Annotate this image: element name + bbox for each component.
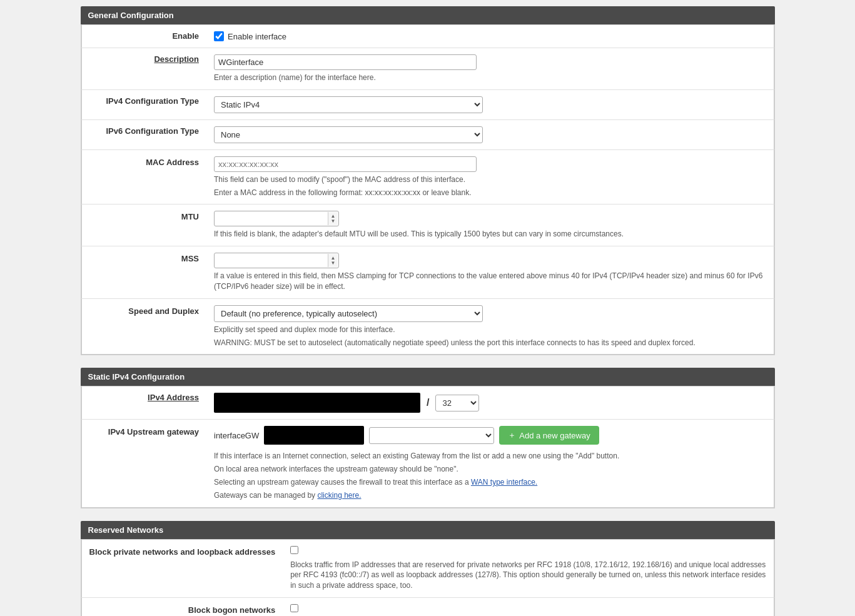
mss-row: MSS ▲ ▼ If a value is entered in this fi… [81, 246, 774, 299]
static-ipv4-header: Static IPv4 Configuration [81, 368, 775, 386]
mss-label: MSS [81, 246, 206, 299]
block-bogon-value-cell: Blocks traffic from IP addresses that ar… [283, 597, 774, 616]
ipv6-config-type-value-cell: None Static IPv6 DHCPv6 SLAAC [206, 119, 774, 149]
block-bogon-checkbox[interactable] [290, 604, 298, 612]
mtu-label: MTU [81, 204, 206, 246]
general-config-header: General Configuration [81, 6, 775, 24]
ipv4-config-type-select[interactable]: Static IPv4 DHCP None [214, 96, 483, 113]
block-private-help: Blocks traffic from IP addresses that ar… [290, 560, 766, 591]
mtu-spinner-wrap: ▲ ▼ [214, 211, 339, 226]
block-private-value-cell: Blocks traffic from IP addresses that ar… [283, 539, 774, 597]
reserved-networks-header: Reserved Networks [81, 521, 775, 539]
add-gateway-button[interactable]: ＋ Add a new gateway [499, 426, 599, 445]
mss-input[interactable] [214, 253, 339, 268]
ipv6-config-type-row: IPv6 Configuration Type None Static IPv6… [81, 119, 774, 149]
mss-spinner-wrap: ▲ ▼ [214, 253, 339, 268]
mss-spinner-arrows[interactable]: ▲ ▼ [328, 254, 338, 267]
ipv4-address-link[interactable]: IPv4 Address [148, 393, 199, 402]
gateways-link[interactable]: clicking here. [317, 491, 361, 500]
enable-row: Enable Enable interface [81, 25, 774, 48]
general-config-section: General Configuration Enable Enable inte… [81, 6, 775, 355]
mss-help: If a value is entered in this field, the… [214, 271, 766, 292]
mac-address-input[interactable] [214, 156, 477, 172]
speed-duplex-help2: WARNING: MUST be set to autoselect (auto… [214, 338, 766, 348]
speed-duplex-help1: Explicitly set speed and duplex mode for… [214, 325, 766, 335]
wan-type-link[interactable]: WAN type interface. [471, 478, 537, 487]
mac-address-value-cell: This field can be used to modify ("spoof… [206, 149, 774, 204]
ipv6-config-type-label: IPv6 Configuration Type [81, 119, 206, 149]
ipv4-config-type-value-cell: Static IPv4 DHCP None [206, 89, 774, 119]
mtu-value-cell: ▲ ▼ If this field is blank, the adapter'… [206, 204, 774, 246]
description-input[interactable] [214, 54, 477, 70]
description-help: Enter a description (name) for the inter… [214, 73, 766, 83]
description-row: Description Enter a description (name) f… [81, 48, 774, 90]
mac-address-row: MAC Address This field can be used to mo… [81, 149, 774, 204]
gateway-redacted [264, 426, 364, 445]
ipv4-address-row: IPv4 Address / 32 31 30 29 28 [81, 386, 774, 420]
mtu-row: MTU ▲ ▼ If this field is blank, the adap… [81, 204, 774, 246]
static-ipv4-section: Static IPv4 Configuration IPv4 Address /… [81, 368, 775, 508]
ipv6-config-type-select[interactable]: None Static IPv6 DHCPv6 SLAAC [214, 126, 483, 143]
mtu-down-arrow: ▼ [331, 219, 336, 224]
description-label: Description [81, 48, 206, 90]
ipv4-config-type-row: IPv4 Configuration Type Static IPv4 DHCP… [81, 89, 774, 119]
enable-checkbox[interactable] [214, 31, 224, 41]
speed-duplex-select[interactable]: Default (no preference, typically autose… [214, 305, 483, 322]
ipv4-gateway-value-cell: interfaceGW ＋ Add a new gateway If this … [206, 420, 774, 507]
block-private-row: Block private networks and loopback addr… [81, 539, 774, 597]
mss-value-cell: ▲ ▼ If a value is entered in this field,… [206, 246, 774, 299]
gateway-prefix-label: interfaceGW [214, 431, 259, 440]
enable-value-cell: Enable interface [206, 25, 774, 48]
description-value-cell: Enter a description (name) for the inter… [206, 48, 774, 90]
mac-address-help1: This field can be used to modify ("spoof… [214, 174, 766, 185]
reserved-networks-section: Reserved Networks Block private networks… [81, 521, 775, 616]
block-bogon-label: Block bogon networks [81, 597, 283, 616]
ipv4-address-redacted [214, 393, 420, 413]
add-gateway-plus-icon: ＋ [508, 430, 516, 441]
mtu-input[interactable] [214, 211, 339, 226]
cidr-select[interactable]: 32 31 30 29 28 24 [435, 395, 479, 412]
speed-duplex-label: Speed and Duplex [81, 298, 206, 355]
mac-address-help2: Enter a MAC address in the following for… [214, 188, 766, 198]
gateway-input-row: interfaceGW ＋ Add a new gateway [214, 426, 766, 445]
ipv4-config-type-label: IPv4 Configuration Type [81, 89, 206, 119]
mac-address-label: MAC Address [81, 149, 206, 204]
ipv4-address-input-row: / 32 31 30 29 28 24 [214, 393, 766, 413]
gateway-help2: On local area network interfaces the ups… [214, 464, 766, 475]
slash-separator: / [427, 397, 429, 408]
ipv4-gateway-label: IPv4 Upstream gateway [81, 420, 206, 507]
speed-duplex-value-cell: Default (no preference, typically autose… [206, 298, 774, 355]
ipv4-address-label: IPv4 Address [81, 386, 206, 420]
gateway-help3: Selecting an upstream gateway causes the… [214, 477, 766, 488]
mss-down-arrow: ▼ [331, 261, 336, 266]
add-gateway-label: Add a new gateway [519, 431, 590, 440]
gateway-help1: If this interface is an Internet connect… [214, 451, 766, 462]
ipv4-gateway-row: IPv4 Upstream gateway interfaceGW ＋ Add … [81, 420, 774, 507]
mtu-help: If this field is blank, the adapter's de… [214, 229, 766, 240]
enable-checkbox-row: Enable interface [214, 31, 766, 41]
gateway-select[interactable] [369, 427, 494, 444]
block-private-label: Block private networks and loopback addr… [81, 539, 283, 597]
mtu-spinner-arrows[interactable]: ▲ ▼ [328, 212, 338, 225]
block-private-checkbox[interactable] [290, 546, 298, 554]
gateway-help4: Gateways can be managed by clicking here… [214, 490, 766, 501]
block-bogon-row: Block bogon networks Blocks traffic from… [81, 597, 774, 616]
enable-label: Enable [81, 25, 206, 48]
enable-checkbox-label: Enable interface [228, 32, 286, 41]
ipv4-address-value-cell: / 32 31 30 29 28 24 [206, 386, 774, 420]
speed-duplex-row: Speed and Duplex Default (no preference,… [81, 298, 774, 355]
description-link[interactable]: Description [154, 54, 199, 64]
